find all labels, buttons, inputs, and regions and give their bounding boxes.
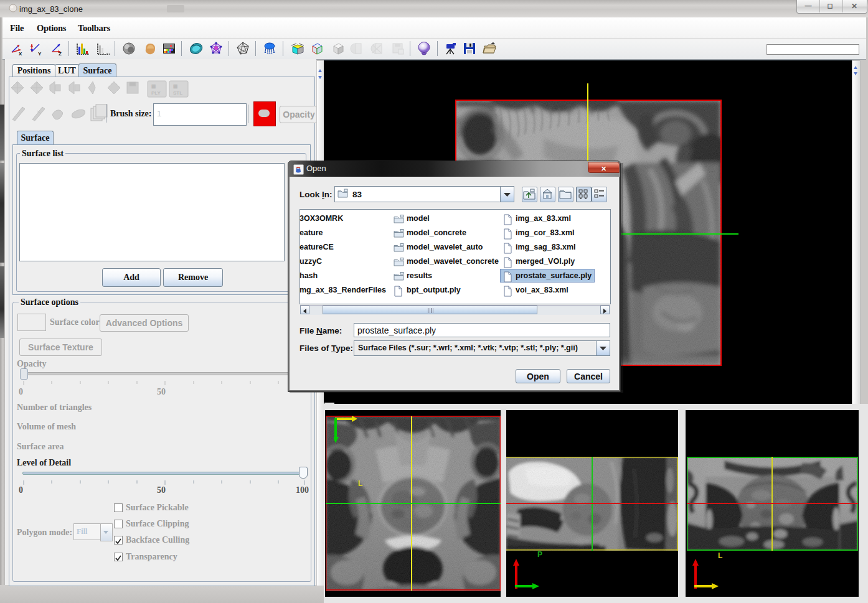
svg-text:▦: ▦: [173, 83, 178, 89]
svg-text:X: X: [19, 51, 22, 56]
svg-text:Z: Z: [59, 51, 62, 56]
svg-text:Y: Y: [38, 51, 42, 56]
svg-text:STL: STL: [173, 90, 182, 96]
svg-text:▦: ▦: [151, 83, 156, 89]
svg-text:PLY: PLY: [151, 90, 161, 96]
